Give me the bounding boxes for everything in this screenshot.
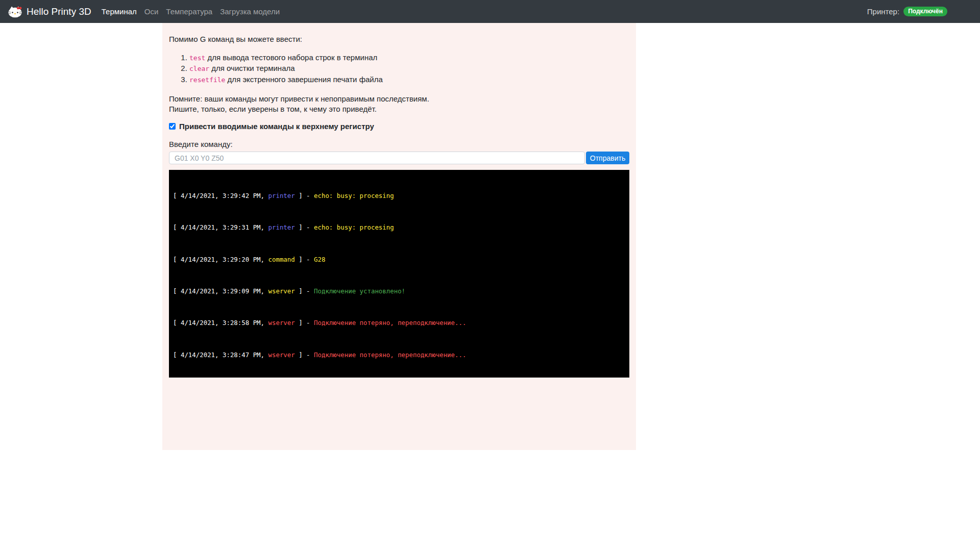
terminal-line: [ 4/14/2021, 3:28:58 PM, wserver ] - Под… [173,319,625,327]
log-message: G28 [314,256,325,263]
log-message: Подключение установлено! [314,287,405,295]
hello-kitty-logo-icon [8,6,22,18]
log-timestamp: [ 4/14/2021, 3:29:42 PM, [173,192,268,199]
log-source: command [268,256,295,263]
log-message: echo: busy: procesing [314,223,394,231]
command-hint-item: test для вывода тестового набора строк в… [189,53,629,63]
terminal-line: [ 4/14/2021, 3:29:20 PM, command ] - G28 [173,256,625,264]
log-separator: ] - [295,223,314,231]
navbar: Hello Printy 3D Терминал Оси Температура… [0,0,980,23]
nav-item[interactable]: Оси [144,7,159,16]
terminal-line: [ 4/14/2021, 3:28:47 PM, wserver ] - Под… [173,351,625,359]
uppercase-checkbox[interactable] [169,123,176,130]
log-message: Подключение потеряно, переподключение... [314,351,466,359]
terminal-line: [ 4/14/2021, 3:29:42 PM, printer ] - ech… [173,192,625,200]
log-source: wserver [268,319,295,327]
uppercase-option-row: Привести вводимые команды к верхнему рег… [169,122,629,131]
navbar-left: Hello Printy 3D Терминал Оси Температура… [8,6,280,18]
warning-line-1: Помните: ваши команды могут привести к н… [169,94,429,103]
log-separator: ] - [295,319,314,327]
brand-title: Hello Printy 3D [27,6,91,17]
log-separator: ] - [295,256,314,263]
terminal-line: [ 4/14/2021, 3:29:09 PM, wserver ] - Под… [173,287,625,295]
command-input-row: Отправить [169,152,629,164]
nav-item[interactable]: Загрузка модели [220,7,280,16]
send-button[interactable]: Отправить [586,152,629,164]
nav-menu: Терминал Оси Температура Загрузка модели [102,7,280,16]
log-separator: ] - [295,287,314,295]
nav-item[interactable]: Терминал [102,7,137,16]
nav-item[interactable]: Температура [166,7,212,16]
log-message: Подключение потеряно, переподключение... [314,319,466,327]
intro-lead: Помимо G команд вы можете ввести: [169,34,629,44]
terminal-log[interactable]: [ 4/14/2021, 3:30:37 PM, _.gcode ] - ;FL… [169,170,629,378]
log-timestamp: [ 4/14/2021, 3:29:09 PM, [173,287,268,295]
printer-status-badge: Подключён [903,7,947,16]
command-code: resetfile [189,76,225,84]
command-hint-text: для вывода тестового набора строк в терм… [205,53,377,62]
command-hint-item: clear для очистки терминала [189,63,629,74]
log-timestamp: [ 4/14/2021, 3:28:47 PM, [173,351,268,359]
command-hint-item: resetfile для экстренного завершения печ… [189,74,629,85]
terminal-line: [ 4/14/2021, 3:29:31 PM, printer ] - ech… [173,223,625,232]
log-source: printer [268,192,295,199]
log-source: wserver [268,351,295,359]
printer-status-label: Принтер: [867,7,899,16]
warning-line-2: Пишите, только, если уверены в том, к че… [169,105,377,113]
uppercase-checkbox-label[interactable]: Привести вводимые команды к верхнему рег… [179,122,374,131]
log-timestamp: [ 4/14/2021, 3:29:31 PM, [173,223,268,231]
command-input-label: Введите команду: [169,140,629,148]
log-timestamp: [ 4/14/2021, 3:29:20 PM, [173,256,268,263]
brand[interactable]: Hello Printy 3D [8,6,91,18]
log-source: printer [268,223,295,231]
command-hint-text: для экстренного завершения печати файла [225,75,382,84]
printer-status-area: Принтер: Подключён [867,7,947,16]
warning-text: Помните: ваши команды могут привести к н… [169,94,629,114]
command-input[interactable] [169,152,585,164]
log-separator: ] - [295,351,314,359]
page-container: Помимо G команд вы можете ввести: test д… [162,23,636,450]
log-message: echo: busy: procesing [314,192,394,199]
log-separator: ] - [295,192,314,199]
command-code: test [189,54,205,62]
command-code: clear [189,65,209,72]
log-source: wserver [268,287,295,295]
log-timestamp: [ 4/14/2021, 3:28:58 PM, [173,319,268,327]
command-hint-text: для очистки терминала [209,64,295,72]
command-hints-list: test для вывода тестового набора строк в… [169,53,629,85]
